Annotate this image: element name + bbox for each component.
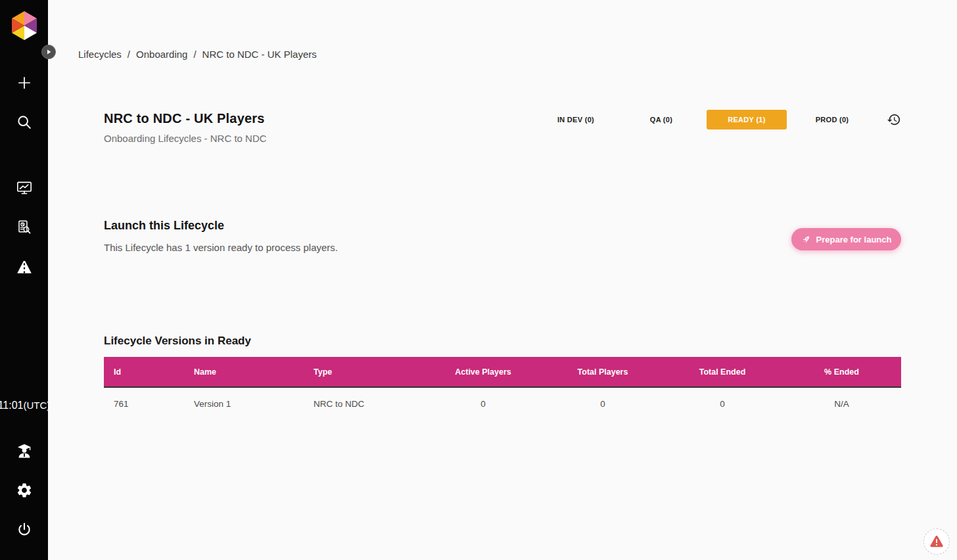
lifecycles-button[interactable] (16, 258, 33, 275)
cell-total-ended: 0 (663, 399, 782, 409)
sidebar: 11:01 (UTC) (0, 0, 48, 560)
breadcrumb-separator: / (193, 49, 196, 60)
breadcrumb-current[interactable]: NRC to NDC - UK Players (202, 49, 317, 60)
column-header-type: Type (304, 367, 423, 377)
launch-section-description: This Lifecycle has 1 version ready to pr… (104, 242, 338, 253)
hexagon-logo-icon (10, 10, 39, 41)
plus-icon (16, 74, 33, 91)
stage-tabs: IN DEV (0) QA (0) READY (1) PROD (0) (536, 110, 902, 129)
tab-ready[interactable]: READY (1) (707, 110, 787, 129)
column-header-pct-ended: % Ended (782, 367, 901, 377)
graduate-user-icon (15, 442, 34, 460)
settings-button[interactable] (16, 482, 33, 499)
tab-in-dev[interactable]: IN DEV (0) (536, 110, 616, 129)
report-search-button[interactable] (16, 219, 33, 236)
versions-section-heading: Lifecycle Versions in Ready (104, 335, 251, 348)
cell-total-players: 0 (543, 399, 663, 409)
versions-table-header: Id Name Type Active Players Total Player… (104, 357, 901, 388)
main-content: Lifecycles / Onboarding / NRC to NDC - U… (48, 0, 957, 560)
gear-icon (16, 482, 33, 499)
app-logo[interactable] (10, 9, 39, 42)
breadcrumb-lifecycles[interactable]: Lifecycles (78, 49, 122, 60)
clock-display: 11:01 (UTC) (0, 398, 48, 413)
cell-id: 761 (104, 399, 184, 409)
cell-type: NRC to NDC (304, 399, 423, 409)
breadcrumb-separator: / (128, 49, 130, 60)
history-button[interactable] (885, 111, 902, 128)
clock-timezone: (UTC) (24, 398, 51, 413)
road-icon (16, 258, 33, 275)
monitor-chart-icon (16, 179, 33, 197)
tab-qa[interactable]: QA (0) (621, 110, 701, 129)
search-button[interactable] (16, 114, 33, 131)
alert-fab-button[interactable] (923, 528, 950, 555)
breadcrumb: Lifecycles / Onboarding / NRC to NDC - U… (78, 49, 317, 60)
page-title: NRC to NDC - UK Players (104, 111, 265, 126)
column-header-total-players: Total Players (543, 367, 663, 377)
power-icon (16, 521, 33, 538)
report-search-icon (16, 219, 33, 236)
cell-active-players: 0 (423, 399, 543, 409)
column-header-name: Name (184, 367, 304, 377)
dashboard-button[interactable] (16, 179, 33, 197)
logout-button[interactable] (16, 521, 33, 538)
warning-triangle-icon (929, 535, 944, 548)
prepare-for-launch-label: Prepare for launch (816, 235, 892, 245)
play-icon (45, 49, 52, 55)
academy-button[interactable] (15, 442, 34, 460)
rocket-icon (801, 235, 811, 245)
launch-section-heading: Launch this Lifecycle (104, 219, 224, 233)
tab-prod[interactable]: PROD (0) (792, 110, 872, 129)
prepare-for-launch-button[interactable]: Prepare for launch (791, 228, 901, 250)
history-icon (887, 112, 901, 127)
column-header-active-players: Active Players (423, 367, 543, 377)
versions-table: Id Name Type Active Players Total Player… (104, 357, 901, 419)
table-row[interactable]: 761 Version 1 NRC to NDC 0 0 0 N/A (104, 388, 901, 419)
page-subtitle: Onboarding Lifecycles - NRC to NDC (104, 133, 267, 144)
cell-pct-ended: N/A (782, 399, 901, 409)
column-header-total-ended: Total Ended (663, 367, 782, 377)
breadcrumb-onboarding[interactable]: Onboarding (136, 49, 187, 60)
cell-name: Version 1 (184, 399, 304, 409)
search-icon (16, 114, 33, 131)
column-header-id: Id (104, 367, 184, 377)
clock-time: 11:01 (0, 398, 24, 413)
sidebar-expand-button[interactable] (41, 45, 56, 59)
add-button[interactable] (16, 74, 33, 91)
